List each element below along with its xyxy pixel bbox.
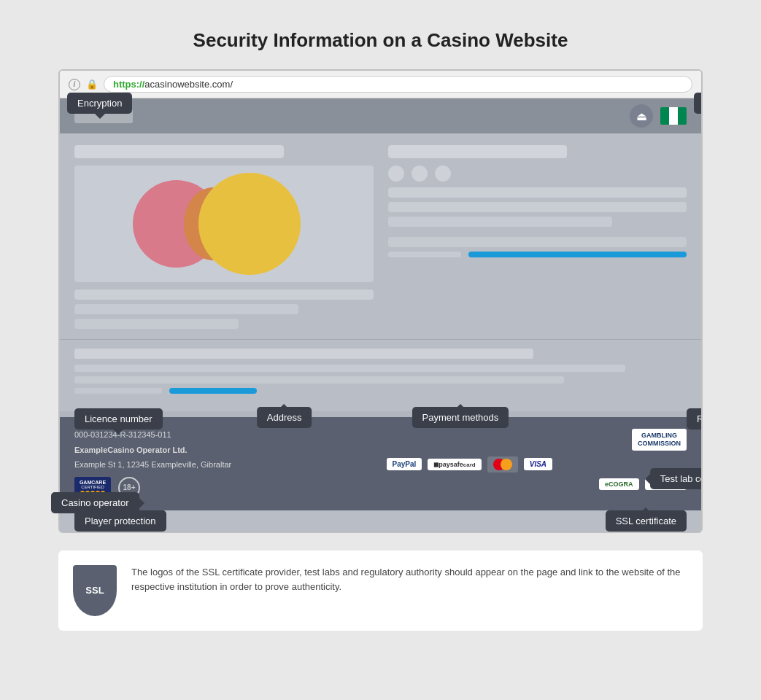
url-domain: acasinowebsite.com/	[144, 79, 233, 90]
url-bar: https://acasinowebsite.com/	[104, 76, 692, 93]
gambling-commission-logo: GAMBLINGCOMMISSION	[632, 429, 687, 451]
blue-progress-bar	[468, 252, 687, 257]
headphone-icon: ⏏	[630, 104, 653, 128]
regulatory-authority-tooltip: Regulatory authority	[687, 408, 703, 429]
address-tooltip: Address	[257, 407, 312, 428]
encryption-tooltip: Encryption	[67, 93, 132, 114]
ecogra-logo: eCOGRA	[599, 478, 639, 490]
test-lab-tooltip: Test lab certificate	[650, 468, 703, 489]
right-content-col	[388, 145, 687, 333]
payment-methods-tooltip: Payment methods	[412, 407, 509, 428]
paypal-logo: PayPal	[387, 458, 422, 470]
footer-right: GAMBLINGCOMMISSION PayPal ◼paysafecard	[387, 429, 687, 499]
casino-operator-tooltip: Casino operator	[51, 492, 139, 513]
site-content: ⏏ Encryption	[60, 98, 701, 532]
payment-row: PayPal ◼paysafecard VISA	[387, 456, 687, 472]
ssl-certificate-tooltip: SSL certificate	[606, 510, 687, 532]
mastercard-logo	[487, 456, 518, 472]
blue-bar-2	[169, 388, 257, 394]
browser-mockup: i 🔒 https://acasinowebsite.com/	[58, 69, 703, 533]
ssl-shield-icon: SSL	[73, 565, 117, 616]
url-https: https://	[113, 79, 144, 90]
ssl-info-box: SSL The logos of the SSL certificate pro…	[58, 551, 703, 631]
visa-logo: VISA	[524, 458, 552, 470]
nigerian-customer-service-tooltip: Nigerian customer service	[694, 93, 703, 114]
footer-address: Example St 1, 12345 Exampleville, Gibral…	[74, 459, 375, 471]
left-content-col	[74, 145, 374, 333]
browser-address-bar: i 🔒 https://acasinowebsite.com/	[60, 71, 701, 98]
site-footer: 000-031234-R-312345-011 ExampleCasino Op…	[60, 417, 701, 510]
paysafe-logo: ◼paysafecard	[428, 459, 481, 470]
nigeria-flag	[660, 107, 687, 125]
operator-name: ExampleCasino Operator Ltd.	[74, 444, 375, 456]
licence-number-tooltip: Licence number	[74, 408, 163, 429]
page-title: Security Information on a Casino Website	[58, 29, 703, 52]
ssl-description: The logos of the SSL certificate provide…	[131, 565, 688, 596]
info-icon: i	[69, 79, 80, 90]
dot-row	[388, 166, 687, 182]
nav-right: ⏏	[630, 104, 687, 128]
lock-icon: 🔒	[86, 79, 98, 90]
site-nav: ⏏	[60, 98, 701, 133]
image-placeholder	[74, 166, 374, 282]
